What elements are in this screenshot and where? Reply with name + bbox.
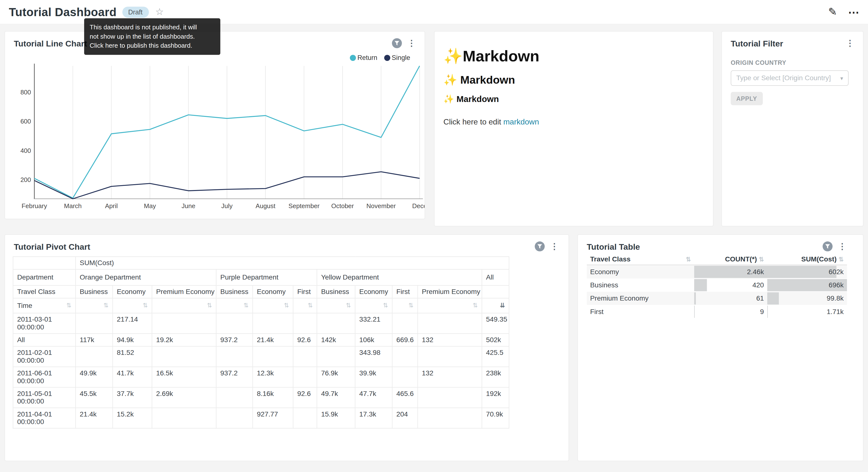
pivot-cell <box>216 313 253 333</box>
sort-icon[interactable]: ⇅ <box>839 256 844 262</box>
pivot-time-label: Time⇅ <box>13 298 75 313</box>
svg-text:Dece: Dece <box>412 202 425 210</box>
pivot-row: 2011-03-0100:00:00217.14332.21549.35 <box>13 313 509 333</box>
pivot-row-header: All <box>13 333 75 346</box>
sort-icon[interactable]: ⇅ <box>66 302 71 309</box>
pivot-card-header: Tutorial Pivot Chart ⋮ <box>5 235 568 252</box>
publish-tooltip-line: This dashboard is not published, it will <box>90 23 215 32</box>
edit-markdown-link[interactable]: markdown <box>503 117 539 126</box>
pivot-row-header: 2011-02-0100:00:00 <box>13 346 75 367</box>
favorite-star-icon[interactable]: ☆ <box>155 6 164 18</box>
pivot-cell: 937.2 <box>216 367 253 387</box>
chart-more-options-icon[interactable]: ⋮ <box>550 241 558 252</box>
pivot-col-header: Economy <box>253 286 293 298</box>
sort-icon[interactable]: ⇅ <box>383 302 388 309</box>
sort-icon[interactable]: ⇅ <box>207 302 212 309</box>
chart-more-options-icon[interactable]: ⋮ <box>838 241 846 252</box>
sort-icon[interactable]: ⇅ <box>284 302 289 309</box>
pivot-department-header: Yellow Department <box>317 269 482 286</box>
sort-desc-icon[interactable]: ⇊ <box>500 302 505 309</box>
pivot-cell: 204 <box>392 408 417 428</box>
filter-indicator-icon[interactable] <box>823 241 833 252</box>
col-header-sum-cost[interactable]: SUM(Cost) ⇅ <box>767 254 847 265</box>
filter-more-options-icon[interactable]: ⋮ <box>846 38 854 48</box>
edit-dashboard-icon[interactable]: ✎ <box>828 6 837 18</box>
sort-icon[interactable]: ⇅ <box>759 256 764 262</box>
markdown-body: ✨Markdown ✨ Markdown ✨ Markdown Click he… <box>434 32 713 126</box>
table-row: Business420696k <box>587 278 847 292</box>
markdown-h2: ✨ Markdown <box>443 73 704 86</box>
sort-icon[interactable]: ⇅ <box>143 302 148 309</box>
pivot-cell: 217.14 <box>113 313 152 333</box>
data-table: Travel Class⇅COUNT(*) ⇅SUM(Cost) ⇅Econom… <box>587 254 847 318</box>
pivot-cell <box>293 346 317 367</box>
table-card-header: Tutorial Table ⋮ <box>578 235 863 252</box>
pivot-row: 2011-02-0100:00:0081.52343.98425.5 <box>13 346 509 367</box>
sort-icon[interactable]: ⇅ <box>346 302 351 309</box>
pivot-cell <box>152 313 216 333</box>
pivot-cell: 425.5 <box>482 346 509 367</box>
filter-card-header: Tutorial Filter ⋮ <box>722 32 863 48</box>
filter-indicator-icon[interactable] <box>535 241 545 252</box>
pivot-cell: 15.2k <box>113 408 152 428</box>
sort-icon[interactable]: ⇅ <box>308 302 313 309</box>
pivot-col-header: Economy <box>355 286 392 298</box>
pivot-row: 2011-04-0100:00:0021.4k15.2k927.7715.9k1… <box>13 408 509 428</box>
col-header-count[interactable]: COUNT(*) ⇅ <box>694 254 767 265</box>
svg-text:800: 800 <box>20 89 31 96</box>
pivot-cell: 47.7k <box>355 387 392 408</box>
svg-text:April: April <box>105 202 118 210</box>
pivot-sort-row: Time⇅⇅⇅⇅⇅⇅⇅⇅⇅⇅⇅⇊ <box>13 298 509 313</box>
pivot-cell <box>216 408 253 428</box>
sort-icon[interactable]: ⇅ <box>473 302 478 309</box>
pivot-department-label: Department <box>13 269 75 286</box>
cell-travel-class: Premium Economy <box>587 292 694 305</box>
pivot-chart-title: Tutorial Pivot Chart <box>14 242 90 251</box>
pivot-cell: 41.7k <box>113 367 152 387</box>
table-row: Economy2.46k602k <box>587 265 847 278</box>
apply-filter-button[interactable]: APPLY <box>731 92 763 105</box>
pivot-col-header: Premium Economy <box>152 286 216 298</box>
pivot-cell: 37.7k <box>113 387 152 408</box>
pivot-cell: 465.6 <box>392 387 417 408</box>
cell-travel-class: Economy <box>587 265 694 278</box>
pivot-cell <box>317 313 355 333</box>
pivot-cell <box>392 346 417 367</box>
sort-icon[interactable]: ⇅ <box>408 302 413 309</box>
pivot-travelclass-row: Travel ClassBusinessEconomyPremium Econo… <box>13 286 509 298</box>
pivot-cell <box>417 408 482 428</box>
pivot-row: 2011-06-0100:00:0049.9k41.7k16.5k937.212… <box>13 367 509 387</box>
pivot-cell <box>417 313 482 333</box>
sort-icon[interactable]: ⇅ <box>103 302 108 309</box>
line-chart-card: Tutorial Line Chart ⋮ ReturnSingle 20040… <box>4 31 425 219</box>
pivot-metric-header: SUM(Cost) <box>75 257 509 269</box>
header-more-options-icon[interactable]: ⋯ <box>848 5 859 19</box>
draft-status-badge[interactable]: Draft <box>122 6 149 18</box>
line-chart: 200400600800FebruaryMarchAprilMayJuneJul… <box>5 32 425 219</box>
funnel-glyph <box>537 243 542 249</box>
svg-text:600: 600 <box>20 118 31 125</box>
pivot-cell: 45.5k <box>75 387 113 408</box>
svg-text:August: August <box>255 202 276 210</box>
filter-card: Tutorial Filter ⋮ ORIGIN COUNTRY Type or… <box>721 31 864 227</box>
pivot-cell: 132 <box>417 333 482 346</box>
pivot-col-header: Business <box>75 286 113 298</box>
col-header-travel-class[interactable]: Travel Class⇅ <box>587 254 694 265</box>
publish-tooltip: This dashboard is not published, it will… <box>84 18 220 55</box>
sort-icon[interactable]: ⇅ <box>686 256 691 263</box>
svg-text:200: 200 <box>20 176 31 183</box>
pivot-col-header: First <box>293 286 317 298</box>
origin-country-select[interactable]: Type or Select [Origin Country] ▾ <box>731 70 849 86</box>
pivot-cell: 937.2 <box>216 333 253 346</box>
pivot-cell <box>293 313 317 333</box>
svg-text:February: February <box>22 202 47 210</box>
svg-text:July: July <box>221 202 232 210</box>
pivot-cell <box>152 346 216 367</box>
sort-icon[interactable]: ⇅ <box>244 302 249 309</box>
pivot-row-header: 2011-06-0100:00:00 <box>13 367 75 387</box>
pivot-row: 2011-05-0100:00:0045.5k37.7k2.69k8.16k92… <box>13 387 509 408</box>
pivot-cell: 81.52 <box>113 346 152 367</box>
funnel-glyph <box>825 243 830 249</box>
pivot-cell: 669.6 <box>392 333 417 346</box>
pivot-department-row: DepartmentOrange DepartmentPurple Depart… <box>13 269 509 286</box>
